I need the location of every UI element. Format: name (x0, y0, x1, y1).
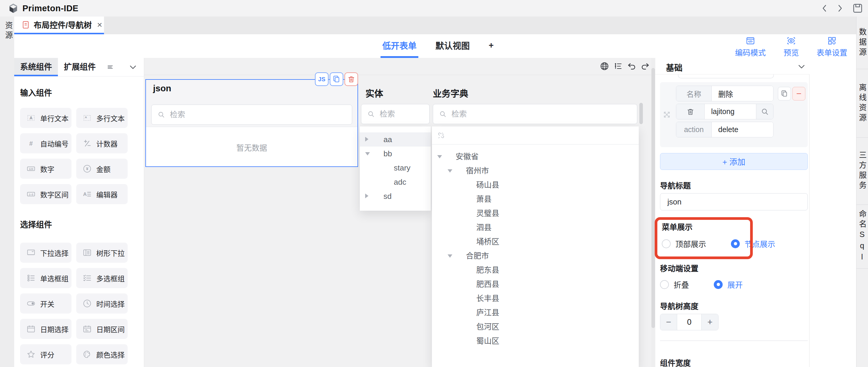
dict-tree-node-萧县[interactable]: 萧县 (432, 192, 639, 206)
component-item-数字区间[interactable]: 1~3数字区间 (20, 184, 71, 204)
chevron-down-icon[interactable] (128, 63, 137, 71)
navtree-component-json[interactable]: json 暂无数据 (145, 79, 358, 167)
undo-icon[interactable] (627, 61, 637, 71)
globe-icon[interactable] (600, 61, 609, 71)
unlink-row[interactable] (432, 126, 639, 145)
svg-text:1~3: 1~3 (29, 193, 33, 196)
copy-action-button[interactable] (778, 87, 791, 100)
drag-handle-icon[interactable] (662, 110, 672, 120)
entity-tree-node-adc[interactable]: adc (360, 175, 431, 189)
delete-component-button[interactable] (344, 72, 358, 86)
dict-tree-node-肥西县[interactable]: 肥西县 (432, 277, 639, 292)
entity-search-input[interactable] (379, 109, 428, 119)
component-tab-扩展组件[interactable]: 扩展组件 (58, 58, 102, 76)
props-section-basic[interactable]: 基础 (655, 58, 809, 74)
menu-display-radio-顶部展示[interactable] (662, 239, 671, 248)
canvas-toolbar-divider (144, 75, 651, 75)
input-component-grid: A单行文本A多行文本#自动编号计数器123数字¥金额1~3数字区间A编辑器 (20, 108, 144, 204)
eye-button[interactable]: 预览 (783, 36, 799, 58)
nav-title-input[interactable] (667, 197, 793, 207)
magnifier-icon[interactable] (756, 104, 773, 119)
navtree-search-input[interactable] (169, 110, 311, 120)
component-item-单选框组[interactable]: 单选框组 (20, 268, 71, 288)
copy-component-button[interactable] (330, 72, 343, 86)
dict-tree-node-庐江县[interactable]: 庐江县 (432, 306, 639, 320)
component-tab-系统组件[interactable]: 系统组件 (14, 58, 58, 76)
canvas-scrollbar[interactable] (651, 58, 655, 367)
mobile-settings-radio-label[interactable]: 展开 (727, 279, 743, 290)
redo-icon[interactable] (641, 61, 650, 71)
settings-grid-button[interactable]: 表单设置 (816, 36, 847, 58)
component-item-颜色选择[interactable]: 颜色选择 (76, 344, 128, 364)
mobile-settings-radio-展开[interactable] (714, 280, 723, 289)
entity-tree-node-stary[interactable]: stary (360, 161, 431, 175)
dict-tree-node-埇桥区[interactable]: 埇桥区 (432, 235, 639, 249)
dict-tree-node-包河区[interactable]: 包河区 (432, 320, 639, 334)
component-item-自动编号[interactable]: #自动编号 (20, 133, 71, 153)
inner-scrollbar-thumb[interactable] (639, 103, 643, 124)
right-strip-item-2[interactable]: 离线资源 (857, 69, 868, 138)
dict-tree-dropdown: 安徽省宿州市砀山县萧县灵璧县泗县埇桥区合肥市肥东县肥西县长丰县庐江县包河区蜀山区 (432, 126, 639, 367)
dict-tree-node-长丰县[interactable]: 长丰县 (432, 292, 639, 306)
menu-display-radio-label[interactable]: 顶部展示 (675, 238, 706, 249)
component-item-日期选择[interactable]: 日期选择 (20, 319, 71, 339)
back-arrow-icon[interactable] (819, 3, 830, 13)
entity-search-box[interactable] (361, 104, 430, 124)
chevron-down-icon[interactable] (797, 62, 806, 71)
code-button[interactable]: 编码模式 (735, 36, 766, 58)
menu-display-radio-节点展示[interactable] (731, 239, 740, 248)
component-item-树形下拉[interactable]: 树形下拉 (76, 243, 128, 263)
dict-search-input[interactable] (451, 109, 595, 119)
component-item-开关[interactable]: 开关 (20, 294, 71, 313)
view-tab-默认视图[interactable]: 默认视图 (434, 34, 471, 58)
outline-icon[interactable] (613, 61, 623, 71)
dict-tree-node-砀山县[interactable]: 砀山县 (432, 178, 639, 192)
component-item-时间选择[interactable]: 时间选择 (76, 294, 128, 313)
mobile-settings-radio-折叠[interactable] (660, 280, 669, 289)
dict-tree-node-宿州市[interactable]: 宿州市 (432, 164, 639, 178)
component-item-下拉选择[interactable]: 下拉选择 (20, 243, 71, 263)
component-list-icon[interactable] (106, 63, 114, 71)
component-item-单行文本[interactable]: A单行文本 (20, 108, 71, 128)
right-strip-item-4[interactable]: 命名Sql (857, 205, 868, 269)
component-item-多行文本[interactable]: A多行文本 (76, 108, 128, 128)
dict-tree-node-合肥市[interactable]: 合肥市 (432, 249, 639, 263)
dict-search-box[interactable] (433, 104, 637, 124)
entity-tree-node-sd[interactable]: sd (360, 189, 431, 203)
save-icon[interactable] (852, 3, 863, 14)
action-rows: 名称删除lajitongactiondelete (676, 86, 773, 140)
right-strip-item-1[interactable]: 数据源 (857, 17, 868, 69)
caret-down-icon (447, 169, 452, 173)
mobile-settings-radio-label[interactable]: 折叠 (674, 279, 689, 290)
dict-tree-node-泗县[interactable]: 泗县 (432, 220, 639, 235)
component-item-数字[interactable]: 123数字 (20, 159, 71, 179)
dict-tree-node-灵璧县[interactable]: 灵璧县 (432, 206, 639, 220)
stepper-plus-button[interactable]: + (701, 314, 718, 330)
doc-tab-layout-navtree[interactable]: 布局控件/导航树 × (14, 17, 104, 33)
trash-icon (347, 75, 355, 83)
component-item-金额[interactable]: ¥金额 (76, 159, 128, 179)
navtree-search-box[interactable] (151, 104, 352, 125)
stepper-minus-button[interactable]: − (660, 314, 677, 330)
close-icon[interactable]: × (97, 20, 102, 30)
resource-strip-label[interactable]: 资源 (3, 21, 14, 41)
right-strip-item-3[interactable]: 三方服务 (857, 138, 868, 205)
view-tab-低开表单[interactable]: 低开表单 (380, 34, 418, 58)
component-item-日期区间[interactable]: 日期区间 (76, 319, 128, 339)
add-action-button[interactable]: + 添加 (660, 153, 808, 170)
js-script-button[interactable]: JS (315, 72, 329, 86)
component-item-多选框组[interactable]: 多选框组 (76, 268, 128, 288)
remove-action-button[interactable]: − (793, 87, 805, 100)
component-item-评分[interactable]: 评分 (20, 344, 71, 364)
view-tab-+[interactable]: + (487, 34, 495, 58)
dict-tree-node-肥东县[interactable]: 肥东县 (432, 263, 639, 277)
menu-display-radio-label[interactable]: 节点展示 (745, 238, 775, 249)
entity-tree-node-aa[interactable]: aa (360, 132, 431, 147)
action-item-card: 名称删除lajitongactiondelete − (660, 82, 808, 147)
dict-tree-node-安徽省[interactable]: 安徽省 (432, 150, 639, 164)
dict-tree-node-蜀山区[interactable]: 蜀山区 (432, 334, 639, 348)
component-item-编辑器[interactable]: A编辑器 (76, 184, 128, 204)
forward-arrow-icon[interactable] (835, 3, 845, 13)
entity-tree-node-bb[interactable]: bb (360, 147, 431, 161)
component-item-计数器[interactable]: 计数器 (76, 133, 128, 153)
